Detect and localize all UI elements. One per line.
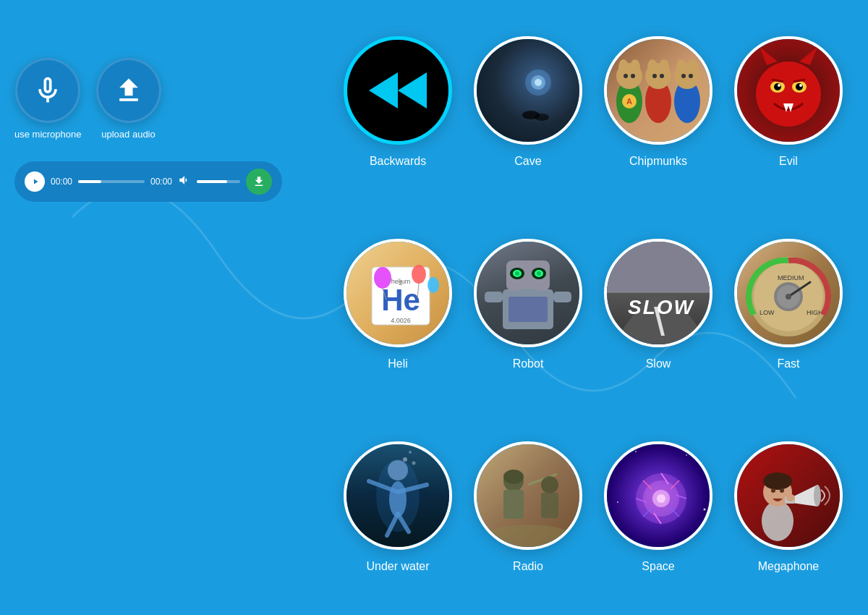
svg-point-76 [786,294,791,300]
svg-marker-1 [398,72,427,109]
megaphone-label: Megaphone [758,560,820,573]
volume-bar[interactable] [197,180,240,183]
upload-label: upload audio [101,129,155,140]
effect-underwater[interactable]: Under water [340,441,456,615]
svg-marker-0 [369,72,398,109]
svg-point-18 [659,59,669,75]
upload-audio-button[interactable]: upload audio [96,58,161,140]
svg-text:SLOW: SLOW [628,296,695,318]
megaphone-bg [737,444,840,547]
effect-megaphone-circle [734,441,843,550]
microphone-icon-circle [15,58,80,123]
space-bg [607,444,710,547]
svg-rect-59 [519,289,537,295]
underwater-bg [346,444,449,547]
svg-rect-61 [553,292,571,302]
svg-marker-28 [799,47,817,65]
fast-bg: LOW MEDIUM HIGH SPEED [737,242,840,344]
play-icon [31,177,40,186]
evil-label: Evil [779,155,798,168]
svg-point-35 [799,84,802,87]
svg-point-99 [704,509,706,511]
download-button[interactable] [246,169,272,195]
effect-space-circle [604,441,712,550]
svg-point-93 [481,525,575,546]
effect-underwater-circle [344,441,452,550]
svg-point-10 [630,59,640,75]
effect-slow[interactable]: SLOW Slow [600,239,716,427]
microphone-label: use microphone [14,129,82,140]
effect-backwards-circle [344,36,452,145]
svg-point-91 [541,476,558,493]
effect-heli-circle: helium 2 He 4.0026 [344,239,452,347]
microphone-button[interactable]: use microphone [14,58,82,140]
input-buttons: use microphone upload audio [14,58,181,140]
effect-fast[interactable]: LOW MEDIUM HIGH SPEED Fast [731,239,846,427]
backwards-svg [365,65,430,116]
fast-svg: LOW MEDIUM HIGH SPEED [738,242,839,344]
radio-label: Radio [513,560,543,573]
svg-point-114 [762,501,793,541]
svg-rect-60 [485,292,503,302]
svg-marker-117 [792,485,817,506]
current-time: 00:00 [51,177,72,187]
underwater-svg [347,441,448,550]
svg-rect-88 [503,490,524,519]
effect-chipmunks[interactable]: A [600,36,716,224]
svg-point-17 [647,59,658,75]
svg-point-33 [796,83,803,90]
left-panel: use microphone upload audio 00:00 00:00 [14,58,181,202]
download-icon [252,175,265,188]
heli-label: Heli [388,357,408,370]
svg-rect-92 [541,493,558,518]
upload-icon [113,75,145,106]
svg-point-9 [618,59,629,75]
svg-point-94 [621,458,623,460]
effect-space[interactable]: Space [600,441,716,615]
svg-point-26 [689,74,693,78]
effect-robot[interactable]: Robot [470,239,586,427]
svg-point-79 [388,460,408,480]
effect-heli[interactable]: helium 2 He 4.0026 Heli [340,239,456,427]
upload-icon-circle [96,58,161,123]
chipmunks-bg: A [607,39,710,142]
cave-svg [477,39,582,145]
svg-point-24 [688,59,698,75]
effect-slow-circle: SLOW [604,239,712,347]
svg-rect-65 [607,242,712,292]
evil-bg [737,39,840,142]
svg-point-45 [374,267,391,289]
svg-point-85 [409,451,412,454]
underwater-label: Under water [366,560,429,573]
svg-point-11 [624,74,628,78]
robot-svg [481,242,575,344]
robot-bg [477,242,579,344]
effect-backwards[interactable]: Backwards [340,36,456,224]
svg-point-32 [774,83,781,90]
svg-text:HIGH: HIGH [807,309,823,316]
effect-radio[interactable]: Radio [470,441,586,615]
svg-point-120 [771,488,775,493]
svg-marker-27 [760,47,778,65]
slow-svg: SLOW [607,242,712,347]
radio-svg [477,445,579,546]
progress-bar[interactable] [78,180,145,183]
svg-point-23 [676,59,686,75]
radio-bg [477,444,579,547]
megaphone-svg [738,445,839,546]
svg-point-34 [778,84,780,87]
effect-cave-circle [474,36,582,145]
effect-cave[interactable]: Cave [470,36,586,224]
effect-megaphone[interactable]: Megaphone [731,441,846,615]
audio-player: 00:00 00:00 [14,161,282,202]
cave-label: Cave [514,155,541,168]
slow-label: Slow [646,357,671,370]
svg-point-119 [814,485,821,506]
speaker-icon [178,174,191,187]
space-svg [607,444,710,547]
volume-fill [197,180,227,183]
effect-evil[interactable]: Evil [731,36,846,224]
total-time: 00:00 [150,177,172,187]
play-button[interactable] [25,171,45,192]
svg-point-96 [700,462,702,464]
